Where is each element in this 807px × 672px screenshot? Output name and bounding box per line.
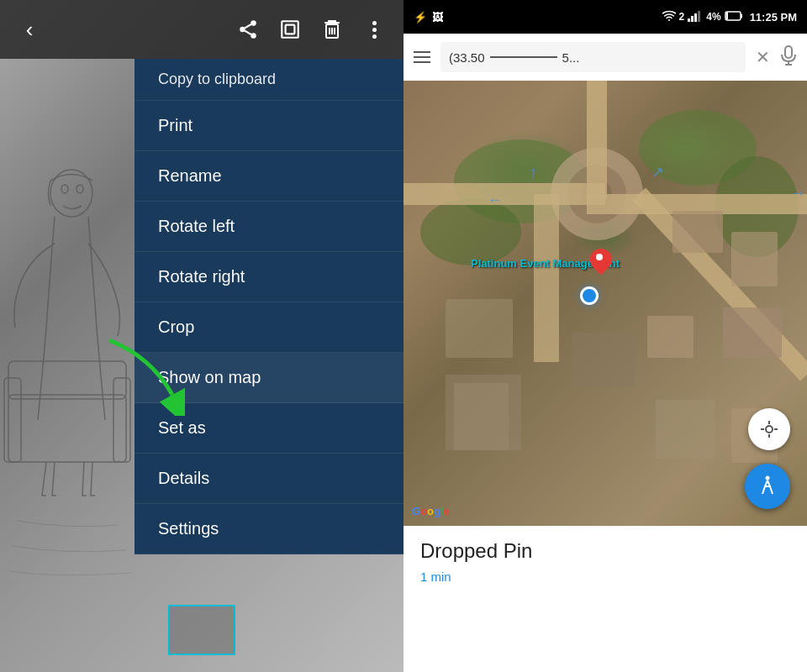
menu-item-crop[interactable]: Crop — [134, 302, 404, 353]
hamburger-line-1 — [414, 51, 430, 53]
status-right: 2 4% 11:25 PM — [662, 10, 797, 24]
menu-item-rotate-left[interactable]: Rotate left — [134, 202, 404, 252]
hamburger-line-3 — [414, 61, 430, 63]
thumbnail-preview[interactable] — [168, 605, 235, 655]
svg-line-11 — [245, 24, 251, 28]
menu-item-set-as[interactable]: Set as — [134, 403, 404, 454]
menu-item-settings[interactable]: Settings — [134, 504, 404, 554]
my-location-button[interactable] — [748, 408, 790, 450]
network-type-icon: 2 — [679, 11, 685, 23]
user-location-dot — [580, 286, 599, 305]
svg-text:↑: ↑ — [530, 164, 537, 181]
map-pin-dot — [596, 254, 603, 260]
svg-rect-26 — [785, 46, 792, 58]
location-icon — [759, 419, 779, 439]
back-icon: ‹ — [26, 17, 34, 43]
svg-rect-52 — [656, 400, 715, 459]
travel-time-badge: 1 min — [420, 570, 790, 584]
usb-icon: ⚡ — [414, 11, 427, 24]
svg-text:↗: ↗ — [651, 164, 664, 181]
search-coords-short: 5... — [562, 50, 580, 65]
menu-item-show-on-map[interactable]: Show on map — [134, 353, 404, 403]
svg-rect-25 — [726, 13, 728, 19]
photo-icon: 🖼 — [432, 11, 443, 24]
svg-rect-3 — [113, 378, 130, 462]
svg-rect-13 — [286, 25, 295, 34]
svg-point-5 — [61, 185, 68, 193]
more-button[interactable] — [353, 8, 395, 50]
menu-item-copy-clipboard[interactable]: Copy to clipboard — [134, 59, 404, 101]
svg-rect-2 — [4, 378, 21, 462]
svg-point-8 — [240, 27, 245, 33]
svg-rect-4 — [8, 361, 126, 399]
status-left: ⚡ 🖼 — [414, 11, 443, 24]
dropped-pin-title: Dropped Pin — [420, 539, 790, 563]
menu-item-details[interactable]: Details — [134, 454, 404, 504]
left-panel: ‹ — [0, 0, 404, 672]
svg-line-10 — [245, 31, 251, 34]
svg-rect-24 — [741, 13, 742, 18]
svg-rect-1 — [8, 395, 126, 462]
svg-point-6 — [76, 185, 83, 193]
search-bar: (33.50 5... ✕ — [404, 34, 807, 81]
menu-item-rename[interactable]: Rename — [134, 151, 404, 202]
satellite-map: ↗ → ↑ ↘ ← Platinum Event Mana — [404, 81, 807, 526]
signal-icon — [688, 10, 703, 24]
svg-rect-50 — [446, 299, 513, 358]
walking-directions-button[interactable] — [745, 464, 790, 509]
edit-icon — [279, 18, 301, 40]
search-underline — [490, 56, 557, 58]
svg-point-7 — [251, 20, 256, 26]
svg-rect-19 — [688, 18, 690, 22]
share-icon — [237, 18, 259, 40]
svg-text:→: → — [790, 185, 805, 202]
top-toolbar: ‹ — [0, 0, 404, 59]
delete-button[interactable] — [311, 8, 353, 50]
trash-icon — [322, 18, 342, 40]
search-input-area: (33.50 5... — [440, 42, 746, 72]
svg-point-9 — [251, 33, 256, 39]
edit-button[interactable] — [269, 8, 311, 50]
svg-rect-54 — [446, 375, 521, 450]
context-menu: Copy to clipboard Print Rename Rotate le… — [134, 59, 404, 554]
battery-icon — [725, 11, 743, 24]
svg-rect-21 — [694, 13, 697, 22]
google-logo: Google — [412, 505, 450, 517]
time-display: 11:25 PM — [750, 11, 797, 24]
map-pin — [588, 249, 614, 282]
map-roads: ↗ → ↑ ↘ ← — [404, 81, 807, 526]
svg-rect-55 — [572, 333, 635, 387]
wifi-icon — [662, 10, 676, 24]
svg-rect-47 — [731, 232, 778, 286]
svg-rect-12 — [282, 21, 298, 38]
more-icon — [372, 21, 377, 39]
clear-button[interactable]: ✕ — [756, 47, 770, 67]
hamburger-line-2 — [414, 56, 430, 58]
map-area[interactable]: ↗ → ↑ ↘ ← Platinum Event Mana — [404, 81, 807, 526]
sketch-image — [0, 59, 134, 672]
bottom-info-panel: Dropped Pin 1 min — [404, 526, 807, 672]
svg-rect-20 — [691, 16, 694, 22]
svg-rect-46 — [672, 211, 723, 253]
menu-item-rotate-right[interactable]: Rotate right — [134, 252, 404, 302]
svg-point-57 — [766, 476, 770, 480]
walking-icon — [758, 475, 777, 497]
right-panel: ⚡ 🖼 2 4% — [404, 0, 807, 672]
microphone-button[interactable] — [780, 45, 797, 70]
back-button[interactable]: ‹ — [8, 8, 50, 50]
status-bar: ⚡ 🖼 2 4% — [404, 0, 807, 34]
svg-rect-37 — [587, 81, 607, 198]
svg-point-0 — [50, 170, 92, 217]
svg-rect-49 — [647, 316, 694, 358]
svg-point-56 — [766, 426, 773, 433]
menu-item-print[interactable]: Print — [134, 101, 404, 151]
svg-rect-48 — [723, 307, 782, 358]
search-coords-text: (33.50 — [449, 50, 485, 65]
svg-rect-38 — [404, 183, 605, 205]
svg-text:←: ← — [488, 192, 503, 208]
svg-rect-40 — [534, 194, 559, 362]
svg-point-31 — [420, 198, 521, 265]
share-button[interactable] — [227, 8, 269, 50]
svg-rect-22 — [698, 11, 700, 22]
hamburger-menu[interactable] — [414, 51, 430, 63]
